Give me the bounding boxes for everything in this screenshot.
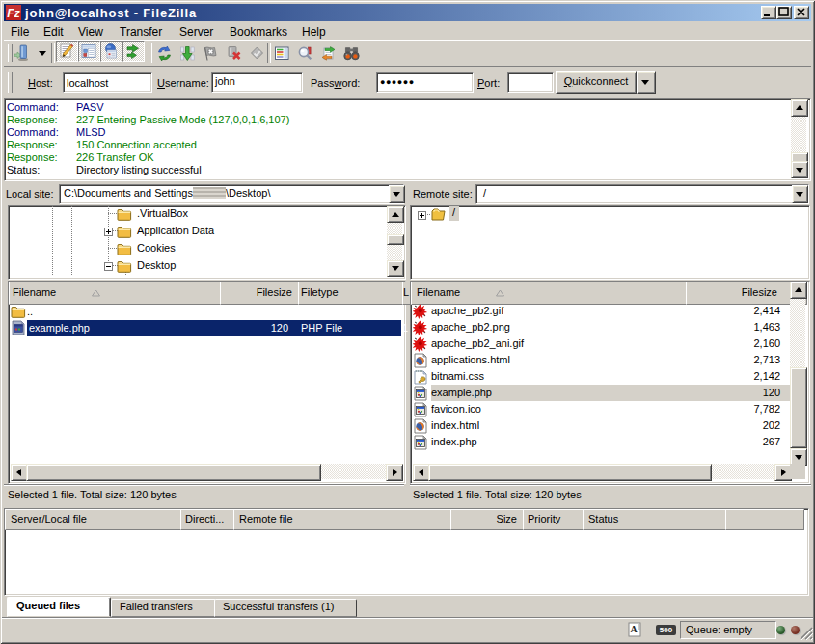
svg-text:Fz: Fz (7, 7, 19, 20)
svg-text:A: A (630, 624, 638, 634)
